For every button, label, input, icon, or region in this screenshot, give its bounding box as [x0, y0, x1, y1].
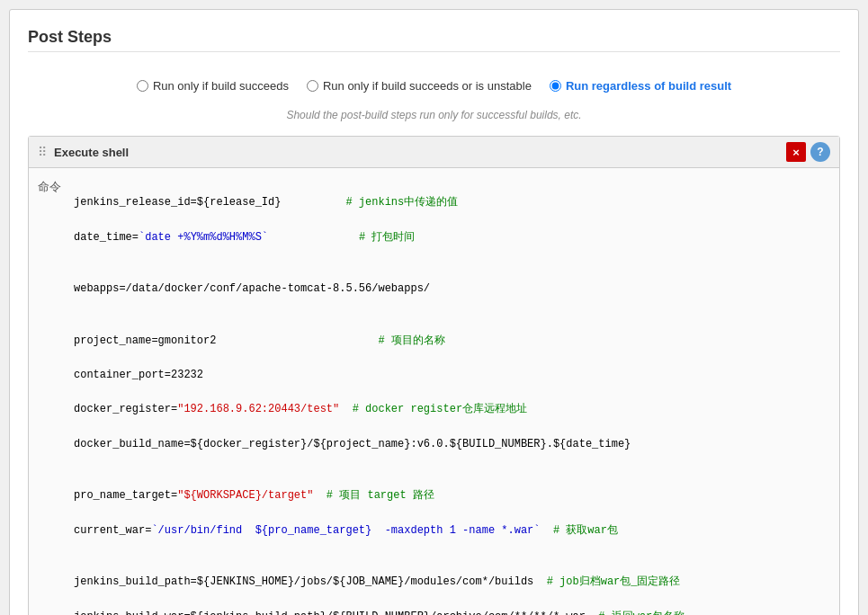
- radio-label-1: Run only if build succeeds: [153, 79, 289, 93]
- radio-option-1[interactable]: Run only if build succeeds: [137, 79, 289, 93]
- execute-shell-header: ⠿ Execute shell × ?: [29, 137, 839, 168]
- help-button[interactable]: ?: [810, 142, 830, 162]
- hint-text: Should the post-build steps run only for…: [28, 109, 840, 121]
- radio-label-3: Run regardless of build result: [566, 79, 731, 93]
- page-title: Post Steps: [28, 28, 840, 52]
- radio-input-3[interactable]: [550, 80, 561, 92]
- delete-button[interactable]: ×: [786, 142, 806, 162]
- execute-shell-header-left: ⠿ Execute shell: [38, 145, 129, 159]
- radio-label-2: Run only if build succeeds or is unstabl…: [323, 79, 532, 93]
- radio-option-3[interactable]: Run regardless of build result: [550, 79, 731, 93]
- radio-input-2[interactable]: [307, 80, 318, 92]
- execute-shell-title: Execute shell: [54, 146, 129, 159]
- page-container: Post Steps Run only if build succeeds Ru…: [9, 9, 859, 615]
- shell-label: 命令: [38, 177, 74, 615]
- radio-option-2[interactable]: Run only if build succeeds or is unstabl…: [307, 79, 532, 93]
- shell-content: 命令 jenkins_release_id=${release_Id} # je…: [29, 168, 839, 615]
- execute-shell-block: ⠿ Execute shell × ? 命令 jenkins_release_i…: [28, 136, 840, 615]
- radio-input-1[interactable]: [137, 80, 148, 92]
- radio-group: Run only if build succeeds Run only if b…: [28, 70, 840, 102]
- drag-handle-icon[interactable]: ⠿: [38, 145, 47, 159]
- shell-code[interactable]: jenkins_release_id=${release_Id} # jenki…: [74, 177, 830, 615]
- header-buttons: × ?: [786, 142, 830, 162]
